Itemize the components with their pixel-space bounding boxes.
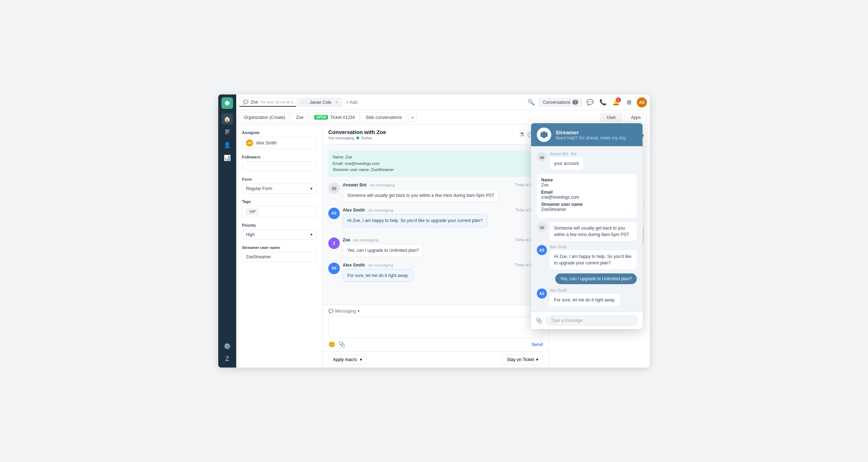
tab-zoe[interactable]: 💬 Zoe For sure, let me do it... ✕ xyxy=(239,98,297,107)
org-create-label: Organization (Create) xyxy=(244,115,285,120)
subtab-add-button[interactable]: + xyxy=(408,113,417,122)
system-message: Name: Zoe Email: zoe@lovedogs.com Stream… xyxy=(328,151,543,177)
followers-input[interactable] xyxy=(242,161,316,171)
streamer-logo xyxy=(537,128,551,142)
streamer-message-input[interactable]: Type a message xyxy=(545,315,638,325)
streamer-field-name: Name Zoe xyxy=(541,177,632,188)
apply-macro-select[interactable]: Apply macro ▾ xyxy=(328,355,367,365)
streamer-alex-meta: Alex Smith xyxy=(550,245,637,249)
nav-users-icon[interactable]: 👤 xyxy=(221,139,233,151)
phone-icon-button[interactable]: 📞 xyxy=(598,97,608,107)
streamer-bot-response: Someone will usually get back to you wit… xyxy=(550,222,637,241)
streamer-alex-row: AS Alex Smith Hi Zoe, I am happy to help… xyxy=(537,245,637,269)
streamer-user-msg-row: Yes, can I upgrade to Unlimited plan? xyxy=(537,273,637,284)
send-button[interactable]: Send xyxy=(531,342,543,347)
nav-zendesk-icon[interactable]: Z xyxy=(221,353,233,365)
stay-on-ticket-button[interactable]: Stay on Ticket ▾ xyxy=(502,355,543,365)
streamer-field-email: Email zoe@lovedogs.com xyxy=(541,190,632,200)
chat-icon-button[interactable]: 💬 xyxy=(585,97,595,107)
sub-tabs-bar: Organization (Create) Zoe OPEN Ticket #1… xyxy=(236,110,650,125)
bot-message-content: Answer Bot via messaging Today at 9:01 A… xyxy=(343,183,543,202)
bot-avatar: 🤖 xyxy=(328,183,340,194)
top-bar: 💬 Zoe For sure, let me do it... ✕ ✉️ Jan… xyxy=(236,94,650,110)
form-label: Form xyxy=(242,177,316,181)
tab-janae-close[interactable]: ✕ xyxy=(335,100,338,104)
assignee-field: Assignee AS Alex Smith xyxy=(242,130,316,149)
messaging-label: Messaging xyxy=(335,309,356,314)
streamer-username-input[interactable]: ZoeStreamer xyxy=(242,252,316,262)
streamer-username-label: Streamer user name xyxy=(242,245,316,250)
tab-janae[interactable]: ✉️ Janae Cole ✕ xyxy=(298,98,342,107)
bot-sender: Answer Bot xyxy=(343,183,367,188)
alex-bubble-2: For sure, let me do it right away. xyxy=(343,269,414,282)
chat-input-actions: 😊 📎 Send xyxy=(328,341,543,348)
messaging-toggle[interactable]: 💬 Messaging ▾ xyxy=(328,309,543,314)
streamer-alex-bubble: Hi Zoe, I am happy to help. So you'd lik… xyxy=(550,250,637,269)
alex-bubble-1: Hi Zoe, I am happy to help. So you'd lik… xyxy=(343,214,487,227)
bot-channel: via messaging xyxy=(370,183,395,187)
nav-settings-icon[interactable]: ⚙️ xyxy=(221,340,233,352)
priority-field: Priority High ▾ xyxy=(242,223,316,240)
priority-select[interactable]: High ▾ xyxy=(242,230,316,240)
svg-rect-1 xyxy=(225,131,229,133)
chat-footer: Apply macro ▾ Stay on Ticket ▾ xyxy=(323,351,549,368)
assignee-input[interactable]: AS Alex Smith xyxy=(242,137,316,149)
subtab-ticket[interactable]: OPEN Ticket #1234 xyxy=(310,112,360,123)
nav-reports-icon[interactable]: 📊 xyxy=(221,152,233,163)
zoe-message-meta: Zoe via messaging Today at 9:01 AM xyxy=(343,237,543,242)
streamer-attach-icon[interactable]: 📎 xyxy=(535,317,543,324)
app-logo[interactable] xyxy=(221,97,233,109)
form-select[interactable]: Regular Form ▾ xyxy=(242,184,316,194)
assignee-avatar: AS xyxy=(246,139,253,147)
emoji-icon[interactable]: 😊 xyxy=(328,341,335,348)
bot-bubble: Someone will usually get back to you wit… xyxy=(343,189,499,202)
tags-field: Tags VIP xyxy=(242,199,316,217)
streamer-alex-msg-wrap-2: Alex Smith For sure, let me do it right … xyxy=(550,288,620,306)
chat-header: Conversation with Zoe Via messaging Acti… xyxy=(323,125,549,145)
assignee-name: Alex Smith xyxy=(256,140,277,145)
zoe-channel: via messaging xyxy=(353,238,378,242)
chat-header-left: Conversation with Zoe Via messaging Acti… xyxy=(328,129,386,140)
streamer-bot-avatar: 🤖 xyxy=(537,152,547,162)
streamer-bot-meta: Answer Bot · Bot xyxy=(550,152,583,156)
attach-icon[interactable]: 📎 xyxy=(338,341,346,348)
notifications-button[interactable]: 🔔 1 xyxy=(611,97,621,107)
subtab-org-create[interactable]: Organization (Create) xyxy=(239,112,290,123)
apps-button[interactable]: Apps xyxy=(625,113,647,122)
search-button[interactable]: 🔍 xyxy=(526,97,536,107)
subtab-zoe-label: Zoe xyxy=(296,115,303,120)
priority-value: High xyxy=(246,232,255,237)
alex-channel-1: via messaging xyxy=(368,208,393,212)
chat-messages: Name: Zoe Email: zoe@lovedogs.com Stream… xyxy=(323,145,549,305)
streamer-username-field: Streamer user name ZoeStreamer xyxy=(242,245,316,262)
msg-read-check-1: ✓✓ xyxy=(343,228,543,232)
message-alex-1: AS Alex Smith via messaging Today at 9:0… xyxy=(328,208,543,232)
ticket-label: Ticket #1234 xyxy=(330,115,355,120)
nav-tickets-icon[interactable] xyxy=(221,126,233,138)
nav-home-icon[interactable]: 🏠 xyxy=(221,113,233,125)
chat-input-box[interactable] xyxy=(328,317,543,338)
subtab-side-conversations[interactable]: Side conversations xyxy=(361,112,407,123)
grid-icon-button[interactable]: ⊞ xyxy=(624,97,634,107)
followers-label: Followers xyxy=(242,155,316,159)
user-avatar[interactable]: AS xyxy=(637,97,647,107)
chat-area: Conversation with Zoe Via messaging Acti… xyxy=(323,125,549,368)
filter-icon[interactable]: ⚗ xyxy=(519,131,524,138)
streamer-alex-msg-wrap: Alex Smith Hi Zoe, I am happy to help. S… xyxy=(550,245,637,269)
user-btn-label: User xyxy=(607,115,616,120)
add-tab-label: + Add xyxy=(346,100,357,105)
zoe-bubble: Yes, can I upgrade to Unlimited plan? xyxy=(343,244,424,257)
conversations-button[interactable]: Conversations 0 xyxy=(539,98,582,107)
vip-tag: VIP xyxy=(246,208,259,215)
add-tab-button[interactable]: + Add xyxy=(343,98,360,106)
subtab-zoe[interactable]: Zoe xyxy=(291,112,308,123)
top-bar-right: 🔍 Conversations 0 💬 📞 🔔 1 ⊞ AS xyxy=(526,97,647,107)
tags-input[interactable]: VIP xyxy=(242,206,316,217)
svg-rect-2 xyxy=(225,133,228,134)
tab-zoe-label: Zoe xyxy=(251,100,258,105)
alex-sender-2: Alex Smith xyxy=(343,263,365,268)
streamer-messages: 🤖 Answer Bot · Bot your account Name Zoe… xyxy=(531,146,643,311)
alex-message-2-meta: Alex Smith via messaging Today at 9:01 A… xyxy=(343,263,543,268)
bot-message-meta: Answer Bot via messaging Today at 9:01 A… xyxy=(343,183,543,188)
user-button[interactable]: User xyxy=(600,113,622,122)
